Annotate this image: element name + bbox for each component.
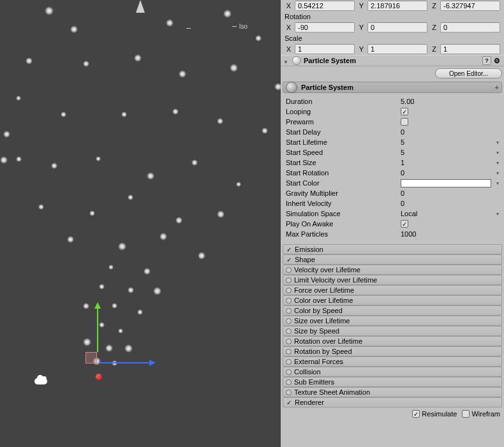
resimulate-toggle[interactable]: ✓Resimulate (412, 410, 457, 418)
gizmo-origin-box[interactable] (85, 352, 97, 363)
particle (61, 112, 66, 117)
particle (175, 217, 182, 224)
particle (121, 112, 127, 117)
open-editor-button[interactable]: Open Editor... (435, 68, 502, 78)
start-color-swatch[interactable] (401, 179, 491, 187)
start-size-label: Start Size (286, 159, 401, 166)
play-on-awake-label: Play On Awake (286, 220, 401, 228)
module-row-collision[interactable]: Collision (283, 367, 502, 377)
wireframe-toggle[interactable]: Wirefram (462, 410, 500, 418)
scale-x-input[interactable] (295, 44, 355, 54)
module-row-force-over-lifetime[interactable]: Force over Lifetime (283, 285, 502, 295)
dropdown-icon[interactable]: ▾ (496, 211, 499, 217)
gizmo-x-axis[interactable] (100, 362, 151, 363)
radio-icon[interactable] (286, 277, 292, 283)
prewarm-checkbox[interactable] (401, 118, 408, 126)
module-row-texture-sheet-animation[interactable]: Texture Sheet Animation (283, 387, 502, 397)
scale-label: Scale (281, 33, 504, 43)
radio-icon[interactable] (286, 328, 292, 334)
particle (0, 156, 8, 164)
module-row-rotation-over-lifetime[interactable]: Rotation over Lifetime (283, 336, 502, 346)
particle (118, 242, 126, 251)
looping-checkbox[interactable]: ✓ (401, 108, 408, 115)
particle-system-header[interactable]: Particle System ? ⚙ (281, 55, 504, 66)
start-delay-label: Start Delay (286, 128, 401, 136)
radio-icon[interactable] (286, 379, 292, 385)
radio-icon[interactable] (286, 308, 292, 314)
rotation-x-input[interactable] (295, 22, 355, 33)
start-speed-input[interactable] (401, 149, 496, 156)
scale-z-input[interactable] (440, 44, 500, 54)
rotation-y-input[interactable] (367, 22, 427, 33)
radio-icon[interactable] (286, 318, 292, 324)
start-color-label: Start Color (286, 179, 401, 187)
module-row-size-over-lifetime[interactable]: Size over Lifetime (283, 316, 502, 326)
duration-input[interactable] (401, 98, 499, 105)
foldout-icon[interactable] (283, 57, 290, 64)
play-on-awake-checkbox[interactable]: ✓ (401, 220, 408, 228)
add-module-icon[interactable]: + (495, 84, 499, 91)
position-y-input[interactable] (367, 1, 427, 11)
radio-icon[interactable] (286, 359, 292, 365)
inherit-velocity-input[interactable] (401, 200, 499, 207)
gizmo-y-axis[interactable] (97, 307, 98, 352)
module-label: Size by Speed (294, 327, 339, 335)
scale-y-input[interactable] (367, 44, 427, 54)
rotation-row: X Y Z (281, 22, 504, 33)
particle (223, 10, 232, 18)
start-delay-input[interactable] (401, 128, 499, 136)
dropdown-icon[interactable]: ▾ (496, 150, 499, 156)
particle (16, 156, 22, 162)
dropdown-icon[interactable]: ▾ (496, 170, 499, 176)
start-lifetime-input[interactable] (401, 138, 496, 146)
radio-icon[interactable] (286, 369, 292, 375)
radio-icon[interactable] (286, 288, 292, 293)
particle (26, 57, 33, 64)
help-icon[interactable]: ? (482, 56, 491, 65)
module-row-color-by-speed[interactable]: Color by Speed (283, 305, 502, 316)
particle-system-title: Particle System (304, 57, 356, 64)
particle (51, 163, 57, 169)
check-icon[interactable]: ✓ (286, 256, 292, 263)
particle (153, 287, 161, 295)
rotation-z-input[interactable] (440, 22, 500, 33)
particle (67, 236, 74, 243)
module-label: Velocity over Lifetime (294, 266, 360, 274)
module-row-size-by-speed[interactable]: Size by Speed (283, 326, 502, 336)
check-icon[interactable]: ✓ (286, 246, 292, 253)
module-row-shape[interactable]: ✓Shape (283, 254, 502, 265)
gear-icon[interactable]: ⚙ (493, 56, 501, 65)
particle (83, 61, 89, 67)
radio-icon[interactable] (286, 298, 292, 304)
module-row-rotation-by-speed[interactable]: Rotation by Speed (283, 346, 502, 356)
module-row-renderer[interactable]: ✓Renderer (283, 397, 502, 407)
start-rotation-input[interactable] (401, 169, 496, 177)
dropdown-icon[interactable]: ▾ (496, 160, 499, 166)
module-row-emission[interactable]: ✓Emission (283, 244, 502, 254)
module-label: Color over Lifetime (294, 297, 353, 304)
radio-icon[interactable] (286, 390, 292, 395)
radio-icon[interactable] (286, 267, 292, 273)
module-row-external-forces[interactable]: External Forces (283, 356, 502, 367)
main-module-header[interactable]: Particle System + (283, 82, 502, 93)
position-z-input[interactable] (440, 1, 500, 11)
module-row-velocity-over-lifetime[interactable]: Velocity over Lifetime (283, 265, 502, 275)
radio-icon[interactable] (286, 349, 292, 355)
module-row-sub-emitters[interactable]: Sub Emitters (283, 377, 502, 387)
start-lifetime-label: Start Lifetime (286, 138, 401, 146)
dropdown-icon[interactable]: ▾ (496, 180, 499, 186)
sim-space-input[interactable] (401, 210, 496, 217)
position-x-input[interactable] (295, 1, 355, 11)
scene-viewport[interactable]: Iso (0, 0, 281, 447)
start-size-input[interactable] (401, 159, 496, 166)
check-icon[interactable]: ✓ (286, 399, 292, 406)
radio-icon[interactable] (286, 339, 292, 344)
max-particles-input[interactable] (401, 230, 499, 238)
gravity-input[interactable] (401, 189, 499, 197)
module-label: External Forces (294, 358, 343, 365)
module-row-limit-velocity-over-lifetime[interactable]: Limit Velocity over Lifetime (283, 275, 502, 285)
module-row-color-over-lifetime[interactable]: Color over Lifetime (283, 295, 502, 305)
axis-z-label: Z (430, 2, 438, 10)
particle (191, 159, 198, 166)
dropdown-icon[interactable]: ▾ (496, 140, 499, 145)
